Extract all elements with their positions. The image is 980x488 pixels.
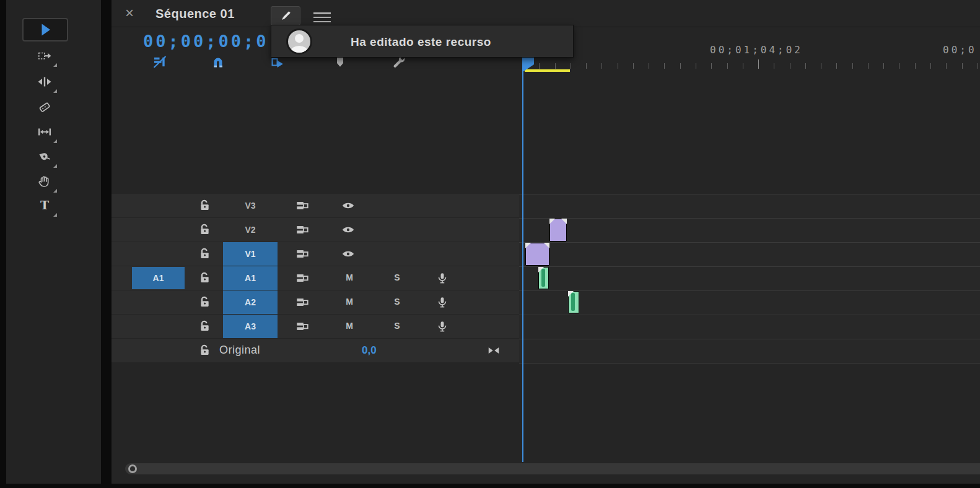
ruler-tick: [633, 63, 634, 69]
pen-tool[interactable]: [35, 147, 55, 167]
avatar-head-shape: [295, 34, 304, 43]
sequence-tab-title[interactable]: Séquence 01: [155, 7, 235, 21]
track-select-forward-tool[interactable]: [35, 46, 55, 66]
lock-icon[interactable]: [198, 223, 212, 237]
sync-lock-icon[interactable]: [295, 320, 309, 333]
master-track-name: Original: [219, 344, 260, 357]
ruler-tick: [727, 63, 728, 69]
track-select-forward-icon: [37, 48, 52, 63]
lock-icon[interactable]: [198, 271, 212, 285]
avatar-body-shape: [291, 46, 308, 54]
lock-icon[interactable]: [198, 320, 212, 333]
render-status-bar: [525, 69, 570, 72]
mute-button[interactable]: M: [341, 297, 358, 307]
clip-fade-handle[interactable]: [549, 219, 555, 224]
lock-icon[interactable]: [198, 344, 212, 357]
video-clip-v2[interactable]: [549, 219, 567, 242]
close-panel-icon[interactable]: ×: [125, 4, 134, 22]
ruler-tick: [852, 63, 853, 69]
sync-lock-icon[interactable]: [295, 247, 309, 261]
track-label-v1[interactable]: V1: [223, 242, 278, 266]
video-clip-v1[interactable]: [525, 243, 549, 266]
lock-icon[interactable]: [198, 247, 212, 261]
sync-lock-icon[interactable]: [295, 223, 309, 237]
tooltip-text: Ha editado este recurso: [351, 25, 491, 58]
track-output-eye-icon[interactable]: [341, 199, 355, 212]
ruler-tick: [649, 63, 649, 69]
sync-lock-icon[interactable]: [295, 271, 309, 285]
track-label-v3[interactable]: V3: [223, 194, 278, 217]
playhead-line[interactable]: [522, 58, 523, 462]
ruler-tick: [586, 63, 587, 69]
slip-tool[interactable]: [35, 122, 55, 142]
track-header-v3: V3: [112, 194, 519, 217]
solo-button[interactable]: S: [388, 297, 406, 307]
track-lane-v2[interactable]: [519, 218, 980, 242]
playhead-timecode[interactable]: 00;00;00;0: [143, 32, 269, 51]
lane-bottom-divider: [519, 363, 980, 364]
editing-indicator-button[interactable]: [271, 6, 300, 25]
mute-button[interactable]: M: [341, 321, 358, 331]
track-label-v2[interactable]: V2: [223, 218, 278, 242]
ruler-tick: [555, 63, 556, 69]
track-lane-a3[interactable]: [519, 315, 980, 339]
zoom-scroll-handle[interactable]: [128, 464, 137, 473]
sync-lock-icon[interactable]: [295, 199, 309, 212]
solo-button[interactable]: S: [388, 272, 406, 282]
keyframe-bowtie-icon[interactable]: [487, 344, 503, 357]
source-patch-a1[interactable]: A1: [132, 267, 185, 289]
audio-clip-a2[interactable]: [568, 291, 579, 313]
nest-toggle-icon[interactable]: [151, 54, 168, 70]
sync-lock-icon[interactable]: [295, 295, 309, 309]
lock-icon[interactable]: [198, 199, 212, 212]
track-output-eye-icon[interactable]: [341, 247, 355, 261]
voiceover-mic-icon[interactable]: [435, 271, 449, 285]
track-lane-v1[interactable]: [519, 242, 980, 266]
mute-button[interactable]: M: [341, 272, 358, 282]
clip-fade-handle[interactable]: [525, 243, 531, 248]
time-ruler[interactable]: 00;01;04;0200;0: [519, 36, 980, 69]
track-row-a2: A2 M S: [112, 290, 980, 315]
razor-icon: [37, 100, 52, 115]
ruler-tick: [664, 63, 665, 69]
lock-icon[interactable]: [198, 295, 212, 309]
hand-tool[interactable]: [35, 172, 55, 191]
track-label-a1[interactable]: A1: [223, 266, 278, 290]
track-label-a3[interactable]: A3: [223, 315, 278, 338]
master-volume-value[interactable]: 0,0: [362, 344, 377, 357]
horizontal-scrollbar[interactable]: [125, 463, 980, 474]
ripple-edit-tool[interactable]: [35, 72, 55, 92]
user-avatar: [286, 28, 312, 54]
ruler-tick: [790, 63, 790, 69]
razor-tool[interactable]: [35, 97, 55, 117]
flyout-indicator: [53, 63, 57, 67]
type-tool[interactable]: T: [35, 196, 55, 216]
snap-icon[interactable]: [209, 54, 227, 70]
collaboration-tooltip: Ha editado este recurso: [271, 25, 574, 58]
voiceover-mic-icon[interactable]: [435, 295, 449, 309]
clip-fade-handle[interactable]: [544, 243, 549, 248]
track-output-eye-icon[interactable]: [341, 223, 355, 237]
timeline-panel: × Séquence 01 00;00;00;0 00;01;04;0200;0…: [112, 0, 980, 484]
flyout-indicator: [53, 189, 57, 193]
clip-fade-handle[interactable]: [561, 219, 567, 224]
flyout-indicator: [53, 139, 57, 143]
ruler-tick: [915, 63, 916, 69]
track-lane-v3[interactable]: [519, 194, 980, 218]
panel-menu-icon[interactable]: [313, 12, 331, 25]
track-label-a2[interactable]: A2: [223, 290, 278, 314]
selection-tool[interactable]: [22, 18, 68, 41]
audio-clip-a1[interactable]: [538, 267, 549, 289]
track-lane-a1[interactable]: [519, 266, 980, 290]
track-lane-a2[interactable]: [519, 290, 980, 315]
selection-arrow-icon: [38, 22, 53, 37]
ruler-tick: [602, 63, 602, 69]
tools-panel: T: [6, 0, 101, 484]
ruler-timecode-label: 00;01;04;02: [710, 44, 803, 56]
ruler-tick: [821, 63, 821, 69]
voiceover-mic-icon[interactable]: [435, 320, 449, 333]
audio-waveform: [541, 269, 545, 287]
solo-button[interactable]: S: [388, 321, 406, 331]
ruler-tick: [680, 63, 681, 69]
track-lane-master[interactable]: [519, 339, 980, 363]
